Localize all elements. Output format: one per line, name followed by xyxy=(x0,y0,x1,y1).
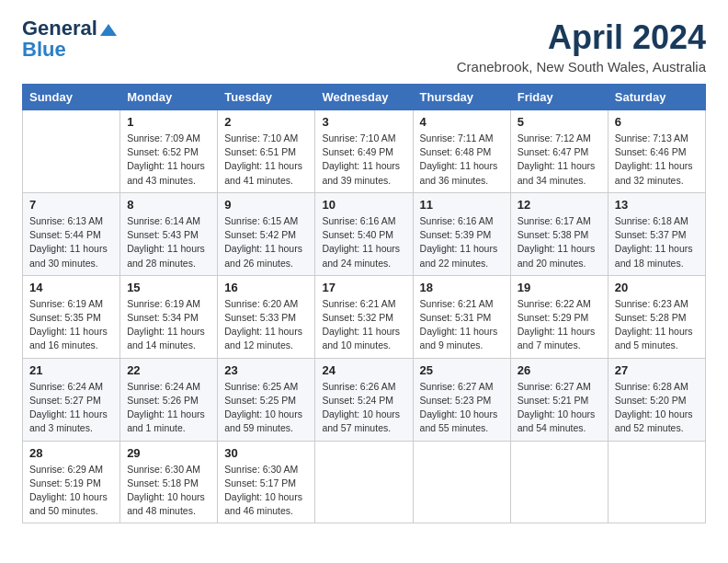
day-number: 30 xyxy=(224,446,308,460)
calendar-cell xyxy=(23,110,120,193)
calendar-cell: 8Sunrise: 6:14 AMSunset: 5:43 PMDaylight… xyxy=(120,192,218,275)
day-info: Sunrise: 6:24 AMSunset: 5:27 PMDaylight:… xyxy=(29,380,113,436)
col-header-saturday: Saturday xyxy=(608,85,705,110)
day-info: Sunrise: 6:21 AMSunset: 5:31 PMDaylight:… xyxy=(420,297,504,353)
calendar-cell: 29Sunrise: 6:30 AMSunset: 5:18 PMDayligh… xyxy=(120,441,218,523)
day-info: Sunrise: 6:14 AMSunset: 5:43 PMDaylight:… xyxy=(127,214,210,270)
calendar-cell: 15Sunrise: 6:19 AMSunset: 5:34 PMDayligh… xyxy=(120,275,218,358)
calendar-cell: 13Sunrise: 6:18 AMSunset: 5:37 PMDayligh… xyxy=(608,192,705,275)
calendar-cell: 26Sunrise: 6:27 AMSunset: 5:21 PMDayligh… xyxy=(510,358,608,441)
header: General Blue April 2024 Cranebrook, New … xyxy=(22,18,706,75)
day-number: 14 xyxy=(29,281,113,294)
day-info: Sunrise: 7:13 AMSunset: 6:46 PMDaylight:… xyxy=(615,132,699,188)
day-number: 19 xyxy=(518,281,601,294)
day-info: Sunrise: 6:20 AMSunset: 5:33 PMDaylight:… xyxy=(224,297,308,353)
day-number: 28 xyxy=(29,446,113,460)
week-row-2: 7Sunrise: 6:13 AMSunset: 5:44 PMDaylight… xyxy=(23,192,706,275)
calendar-cell: 25Sunrise: 6:27 AMSunset: 5:23 PMDayligh… xyxy=(413,358,510,441)
calendar-cell: 2Sunrise: 7:10 AMSunset: 6:51 PMDaylight… xyxy=(218,110,315,193)
calendar-cell: 9Sunrise: 6:15 AMSunset: 5:42 PMDaylight… xyxy=(218,192,315,275)
col-header-monday: Monday xyxy=(120,85,218,110)
month-title: April 2024 xyxy=(457,18,706,57)
calendar-cell xyxy=(315,441,413,523)
calendar-cell: 17Sunrise: 6:21 AMSunset: 5:32 PMDayligh… xyxy=(315,275,413,358)
calendar-cell xyxy=(608,441,705,523)
day-number: 16 xyxy=(224,281,308,294)
day-info: Sunrise: 6:16 AMSunset: 5:39 PMDaylight:… xyxy=(420,214,504,270)
week-row-1: 1Sunrise: 7:09 AMSunset: 6:52 PMDaylight… xyxy=(23,110,706,193)
day-number: 13 xyxy=(615,198,699,212)
day-info: Sunrise: 7:10 AMSunset: 6:51 PMDaylight:… xyxy=(224,132,308,188)
day-info: Sunrise: 6:13 AMSunset: 5:44 PMDaylight:… xyxy=(29,214,113,270)
day-number: 22 xyxy=(127,363,210,377)
calendar-cell: 18Sunrise: 6:21 AMSunset: 5:31 PMDayligh… xyxy=(413,275,510,358)
col-header-sunday: Sunday xyxy=(23,85,120,110)
day-number: 8 xyxy=(127,198,210,212)
day-info: Sunrise: 6:29 AMSunset: 5:19 PMDaylight:… xyxy=(29,463,113,519)
col-header-thursday: Thursday xyxy=(413,85,510,110)
calendar-cell: 1Sunrise: 7:09 AMSunset: 6:52 PMDaylight… xyxy=(120,110,218,193)
location-title: Cranebrook, New South Wales, Australia xyxy=(457,59,706,75)
day-number: 25 xyxy=(420,363,504,377)
calendar-cell: 30Sunrise: 6:30 AMSunset: 5:17 PMDayligh… xyxy=(218,441,315,523)
col-header-wednesday: Wednesday xyxy=(315,85,413,110)
day-info: Sunrise: 6:28 AMSunset: 5:20 PMDaylight:… xyxy=(615,380,699,436)
col-header-tuesday: Tuesday xyxy=(218,85,315,110)
calendar-cell: 11Sunrise: 6:16 AMSunset: 5:39 PMDayligh… xyxy=(413,192,510,275)
day-number: 18 xyxy=(420,281,504,294)
day-number: 5 xyxy=(518,115,601,129)
logo: General Blue xyxy=(22,18,117,60)
day-info: Sunrise: 6:19 AMSunset: 5:34 PMDaylight:… xyxy=(127,297,210,353)
calendar-table: SundayMondayTuesdayWednesdayThursdayFrid… xyxy=(22,84,706,523)
calendar-cell: 4Sunrise: 7:11 AMSunset: 6:48 PMDaylight… xyxy=(413,110,510,193)
day-number: 6 xyxy=(615,115,699,129)
logo-general: General xyxy=(22,18,117,39)
day-number: 9 xyxy=(224,198,308,212)
day-info: Sunrise: 6:27 AMSunset: 5:23 PMDaylight:… xyxy=(420,380,504,436)
day-info: Sunrise: 6:30 AMSunset: 5:18 PMDaylight:… xyxy=(127,463,210,519)
calendar-cell: 10Sunrise: 6:16 AMSunset: 5:40 PMDayligh… xyxy=(315,192,413,275)
calendar-cell: 21Sunrise: 6:24 AMSunset: 5:27 PMDayligh… xyxy=(23,358,120,441)
calendar-cell: 7Sunrise: 6:13 AMSunset: 5:44 PMDaylight… xyxy=(23,192,120,275)
day-number: 7 xyxy=(29,198,113,212)
day-number: 24 xyxy=(322,363,405,377)
calendar-cell: 24Sunrise: 6:26 AMSunset: 5:24 PMDayligh… xyxy=(315,358,413,441)
day-info: Sunrise: 7:11 AMSunset: 6:48 PMDaylight:… xyxy=(420,132,504,188)
logo-blue: Blue xyxy=(22,40,66,60)
day-info: Sunrise: 6:19 AMSunset: 5:35 PMDaylight:… xyxy=(29,297,113,353)
calendar-cell: 12Sunrise: 6:17 AMSunset: 5:38 PMDayligh… xyxy=(510,192,608,275)
calendar-cell: 23Sunrise: 6:25 AMSunset: 5:25 PMDayligh… xyxy=(218,358,315,441)
calendar-cell: 28Sunrise: 6:29 AMSunset: 5:19 PMDayligh… xyxy=(23,441,120,523)
week-row-4: 21Sunrise: 6:24 AMSunset: 5:27 PMDayligh… xyxy=(23,358,706,441)
title-area: April 2024 Cranebrook, New South Wales, … xyxy=(457,18,706,75)
calendar-cell: 16Sunrise: 6:20 AMSunset: 5:33 PMDayligh… xyxy=(218,275,315,358)
col-header-friday: Friday xyxy=(510,85,608,110)
day-info: Sunrise: 6:27 AMSunset: 5:21 PMDaylight:… xyxy=(518,380,601,436)
day-number: 1 xyxy=(127,115,210,129)
week-row-3: 14Sunrise: 6:19 AMSunset: 5:35 PMDayligh… xyxy=(23,275,706,358)
calendar-cell: 20Sunrise: 6:23 AMSunset: 5:28 PMDayligh… xyxy=(608,275,705,358)
calendar-cell xyxy=(510,441,608,523)
day-number: 12 xyxy=(518,198,601,212)
day-info: Sunrise: 6:25 AMSunset: 5:25 PMDaylight:… xyxy=(224,380,308,436)
day-info: Sunrise: 6:17 AMSunset: 5:38 PMDaylight:… xyxy=(518,214,601,270)
calendar-cell: 14Sunrise: 6:19 AMSunset: 5:35 PMDayligh… xyxy=(23,275,120,358)
calendar-cell xyxy=(413,441,510,523)
day-number: 15 xyxy=(127,281,210,294)
header-row: SundayMondayTuesdayWednesdayThursdayFrid… xyxy=(23,85,706,110)
calendar-cell: 27Sunrise: 6:28 AMSunset: 5:20 PMDayligh… xyxy=(608,358,705,441)
day-number: 10 xyxy=(322,198,405,212)
calendar-cell: 22Sunrise: 6:24 AMSunset: 5:26 PMDayligh… xyxy=(120,358,218,441)
day-info: Sunrise: 7:09 AMSunset: 6:52 PMDaylight:… xyxy=(127,132,210,188)
day-info: Sunrise: 6:21 AMSunset: 5:32 PMDaylight:… xyxy=(322,297,405,353)
day-info: Sunrise: 6:22 AMSunset: 5:29 PMDaylight:… xyxy=(518,297,601,353)
week-row-5: 28Sunrise: 6:29 AMSunset: 5:19 PMDayligh… xyxy=(23,441,706,523)
calendar-cell: 6Sunrise: 7:13 AMSunset: 6:46 PMDaylight… xyxy=(608,110,705,193)
day-info: Sunrise: 6:23 AMSunset: 5:28 PMDaylight:… xyxy=(615,297,699,353)
day-info: Sunrise: 6:16 AMSunset: 5:40 PMDaylight:… xyxy=(322,214,405,270)
calendar-cell: 19Sunrise: 6:22 AMSunset: 5:29 PMDayligh… xyxy=(510,275,608,358)
day-number: 29 xyxy=(127,446,210,460)
day-number: 23 xyxy=(224,363,308,377)
day-info: Sunrise: 6:30 AMSunset: 5:17 PMDaylight:… xyxy=(224,463,308,519)
day-info: Sunrise: 6:15 AMSunset: 5:42 PMDaylight:… xyxy=(224,214,308,270)
